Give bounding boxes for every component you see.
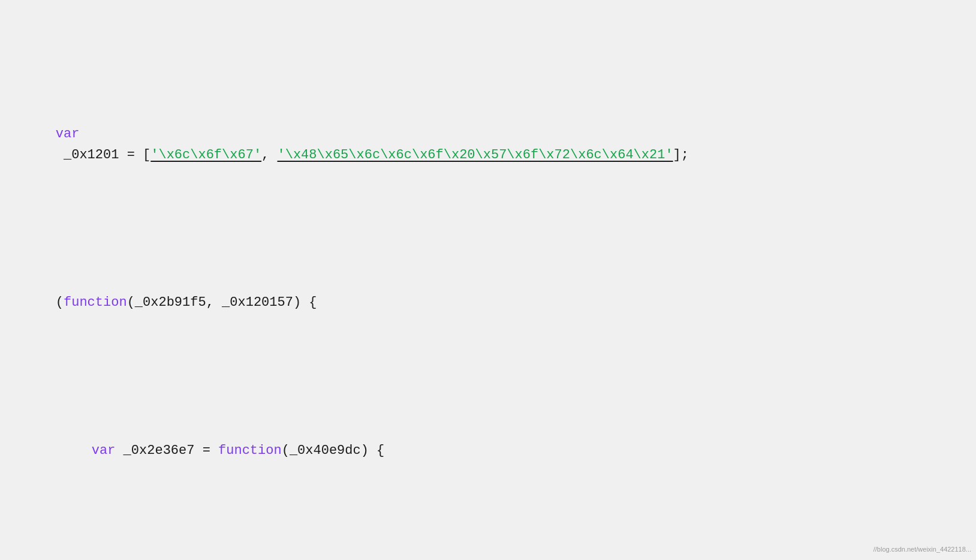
code-line-3: var _0x2e36e7 = function(_0x40e9dc) { [24, 419, 952, 483]
string-1: '\x6c\x6f\x67' [150, 147, 261, 162]
string-2: '\x48\x65\x6c\x6c\x6f\x20\x57\x6f\x72\x6… [278, 147, 673, 162]
keyword-var-1: var [56, 127, 80, 141]
watermark: //blog.csdn.net/weixin_4422118... [873, 544, 971, 555]
code-block: var _0x1201 = ['\x6c\x6f\x67', '\x48\x65… [24, 18, 952, 560]
code-line-1: var _0x1201 = ['\x6c\x6f\x67', '\x48\x65… [24, 103, 952, 187]
code-line-2: (function(_0x2b91f5, _0x120157) { [24, 271, 952, 335]
var-name-1: _0x1201 = [ [56, 147, 150, 162]
